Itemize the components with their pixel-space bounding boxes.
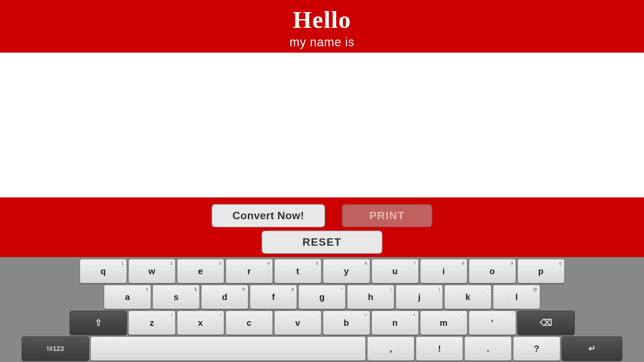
- page-subtitle: my name is: [0, 35, 644, 49]
- key-g[interactable]: *g: [299, 285, 345, 309]
- button-row-2: RESET: [262, 231, 383, 254]
- key-s[interactable]: $s: [153, 285, 200, 309]
- page-title: Hello: [0, 6, 644, 34]
- header: Hello my name is: [0, 0, 644, 53]
- reset-button[interactable]: RESET: [262, 231, 383, 254]
- shift-key[interactable]: ⇧: [70, 311, 127, 335]
- button-row-1: Convert Now! PRINT: [212, 204, 432, 227]
- key-b[interactable]: =b: [323, 311, 370, 335]
- key-w[interactable]: 2w: [128, 259, 175, 283]
- name-area: [0, 53, 644, 197]
- key-o[interactable]: 9o: [469, 259, 516, 283]
- key-q[interactable]: 1q: [80, 259, 127, 283]
- print-button[interactable]: PRINT: [342, 204, 432, 227]
- space-key[interactable]: [91, 337, 366, 361]
- keyboard-row-1: 1q 2w 3e 4r 5t 6y 7u 8i 9o 0p: [1, 259, 643, 283]
- key-i[interactable]: 8i: [420, 259, 467, 283]
- key-period[interactable]: .: [465, 337, 512, 361]
- key-n[interactable]: +n: [372, 311, 419, 335]
- key-x[interactable]: \x: [177, 311, 224, 335]
- key-comma[interactable]: ,: [367, 337, 414, 361]
- key-exclamation[interactable]: !: [416, 337, 463, 361]
- key-z[interactable]: /z: [128, 311, 175, 335]
- key-d[interactable]: %d: [201, 285, 248, 309]
- key-r[interactable]: 4r: [226, 259, 273, 283]
- controls-area: Convert Now! PRINT RESET: [0, 197, 644, 257]
- key-h[interactable]: (h: [347, 285, 394, 309]
- keyboard-row-4: !#123 , ! . ? ↵: [1, 337, 643, 361]
- keyboard-row-2: #a $s %d &f *g (h )j -k @l: [1, 285, 643, 309]
- key-y[interactable]: 6y: [323, 259, 370, 283]
- key-c[interactable]: ;c: [226, 311, 273, 335]
- key-t[interactable]: 5t: [274, 259, 321, 283]
- keyboard-row-3: ⇧ /z \x ;c :v =b +n -m "' ⌫: [1, 311, 643, 335]
- backspace-key[interactable]: ⌫: [518, 311, 575, 335]
- key-e[interactable]: 3e: [177, 259, 224, 283]
- key-l[interactable]: @l: [493, 285, 540, 309]
- key-a[interactable]: #a: [104, 285, 151, 309]
- symbols-key[interactable]: !#123: [22, 337, 89, 361]
- key-j[interactable]: )j: [396, 285, 443, 309]
- key-f[interactable]: &f: [250, 285, 297, 309]
- key-m[interactable]: -m: [420, 311, 467, 335]
- enter-key[interactable]: ↵: [562, 337, 622, 361]
- key-question[interactable]: ?: [513, 337, 560, 361]
- key-p[interactable]: 0p: [518, 259, 565, 283]
- key-u[interactable]: 7u: [372, 259, 419, 283]
- convert-button[interactable]: Convert Now!: [212, 204, 325, 227]
- key-k[interactable]: -k: [444, 285, 491, 309]
- key-apostrophe[interactable]: "': [469, 311, 516, 335]
- name-input[interactable]: [0, 53, 644, 197]
- key-v[interactable]: :v: [274, 311, 321, 335]
- virtual-keyboard: 1q 2w 3e 4r 5t 6y 7u 8i 9o 0p #a $s %d &…: [0, 257, 644, 362]
